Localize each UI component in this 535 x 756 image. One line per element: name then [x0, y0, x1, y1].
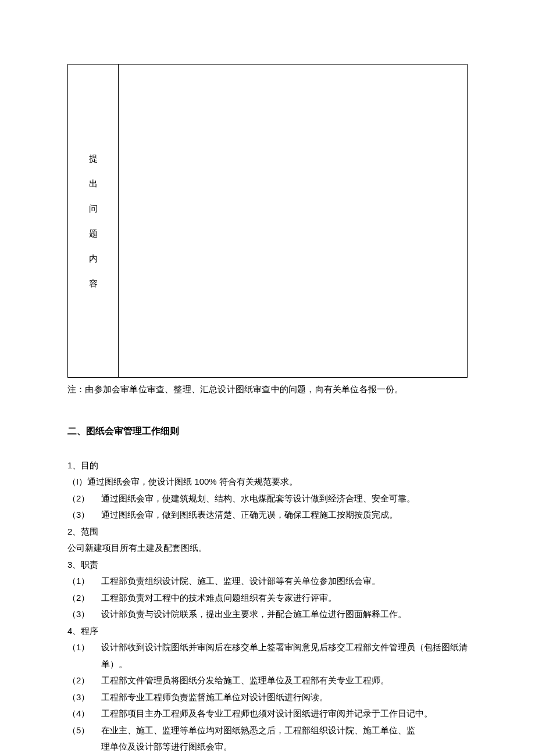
table-label-cell: 提 出 问 题 内 容: [68, 65, 119, 378]
list-number: （3）: [67, 606, 101, 623]
list-number: （3）: [67, 507, 101, 524]
list-text: 通过图纸会审，做到图纸表达清楚、正确无误，确保工程施工按期按质完成。: [101, 507, 468, 524]
issue-content-table: 提 出 问 题 内 容: [67, 64, 468, 378]
duty-item-1: （1） 工程部负责组织设计院、施工、监理、设计部等有关单位参加图纸会审。: [67, 573, 468, 590]
list-number: （1）: [67, 639, 101, 672]
duty-item-3: （3） 设计部负责与设计院联系，提出业主要求，并配合施工单位进行图面解释工作。: [67, 606, 468, 623]
list-number: （3）: [67, 689, 101, 706]
procedure-item-2: （2） 工程部文件管理员将图纸分发给施工、监理单位及工程部有关专业工程师。: [67, 672, 468, 689]
list-number: （5）: [67, 722, 101, 739]
duty-item-2: （2） 工程部负责对工程中的技术难点问题组织有关专家进行评审。: [67, 590, 468, 607]
section-2-heading: 二、图纸会审管理工作细则: [67, 422, 468, 440]
table-content-cell: [119, 65, 468, 378]
list-number: （2）: [67, 590, 101, 607]
procedure-item-3: （3） 工程部专业工程师负责监督施工单位对设计图纸进行阅读。: [67, 689, 468, 706]
scope-text: 公司新建项目所有土建及配套图纸。: [67, 540, 468, 557]
list-number: （1）: [67, 573, 101, 590]
procedure-item-5-line2: 理单位及设计部等进行图纸会审。: [67, 739, 468, 755]
list-text: 工程部负责组织设计院、施工、监理、设计部等有关单位参加图纸会审。: [101, 573, 468, 590]
list-number: （2）: [67, 672, 101, 689]
purpose-label: 1、目的: [67, 457, 468, 474]
list-number: （4）: [67, 705, 101, 722]
label-char-2: 出: [89, 179, 98, 188]
duty-label: 3、职责: [67, 557, 468, 574]
label-char-4: 题: [89, 229, 98, 238]
vertical-label: 提 出 问 题 内 容: [68, 154, 118, 288]
scope-label: 2、范围: [67, 524, 468, 540]
label-char-3: 问: [89, 204, 98, 213]
purpose-item-1: （I）通过图纸会审，使设计图纸 100% 符合有关规范要求。: [67, 474, 468, 490]
list-text: 设计部负责与设计院联系，提出业主要求，并配合施工单位进行图面解释工作。: [101, 606, 468, 623]
label-char-1: 提: [89, 154, 98, 163]
procedure-item-1: （1） 设计部收到设计院图纸并审阅后在移交单上签署审阅意见后移交工程部文件管理员…: [67, 639, 468, 672]
procedure-item-5-line1: （5） 在业主、施工、监理等单位均对图纸熟悉之后，工程部组织设计院、施工单位、监: [67, 722, 468, 739]
list-text: 工程部项目主办工程师及各专业工程师也须对设计图纸进行审阅并记录于工作日记中。: [101, 705, 468, 722]
label-char-5: 内: [89, 254, 98, 263]
table-footnote: 注：由参加会审单位审查、整理、汇总设计图纸审查中的问题，向有关单位各报一份。: [67, 381, 468, 398]
list-text: 设计部收到设计院图纸并审阅后在移交单上签署审阅意见后移交工程部文件管理员（包括图…: [101, 639, 468, 672]
list-text: 通过图纸会审，使建筑规划、结构、水电煤配套等设计做到经济合理、安全可靠。: [101, 490, 468, 507]
list-number: （2）: [67, 490, 101, 507]
list-text: 工程部负责对工程中的技术难点问题组织有关专家进行评审。: [101, 590, 468, 607]
purpose-item-3: （3） 通过图纸会审，做到图纸表达清楚、正确无误，确保工程施工按期按质完成。: [67, 507, 468, 524]
label-char-6: 容: [89, 279, 98, 288]
list-text: 工程部专业工程师负责监督施工单位对设计图纸进行阅读。: [101, 689, 468, 706]
purpose-item-2: （2） 通过图纸会审，使建筑规划、结构、水电煤配套等设计做到经济合理、安全可靠。: [67, 490, 468, 507]
list-text: 工程部文件管理员将图纸分发给施工、监理单位及工程部有关专业工程师。: [101, 672, 468, 689]
procedure-item-4: （4） 工程部项目主办工程师及各专业工程师也须对设计图纸进行审阅并记录于工作日记…: [67, 705, 468, 722]
procedure-label: 4、程序: [67, 623, 468, 640]
list-text: 在业主、施工、监理等单位均对图纸熟悉之后，工程部组织设计院、施工单位、监: [101, 722, 468, 739]
